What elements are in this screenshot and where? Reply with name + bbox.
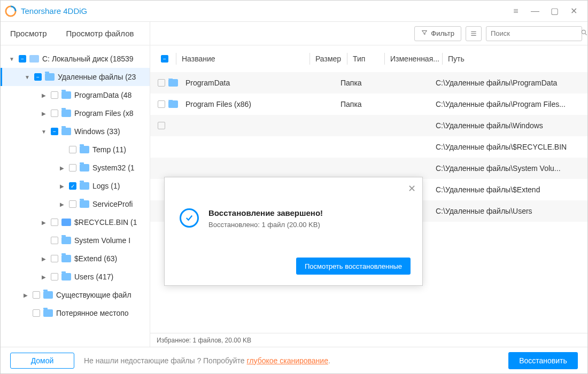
checkbox[interactable] [51, 91, 58, 99]
tree-label: System Volume I [74, 236, 130, 245]
row-checkbox[interactable] [158, 100, 165, 108]
checkbox[interactable] [51, 110, 58, 117]
tab-view[interactable]: Просмотр [1, 22, 57, 45]
table-row[interactable]: Program Files (x86) Папка C:\Удаленные ф… [150, 94, 587, 115]
checkbox[interactable] [51, 219, 58, 226]
chevron-right-icon[interactable]: ▶ [40, 274, 48, 280]
row-checkbox[interactable] [158, 79, 165, 87]
dialog-close-button[interactable]: ✕ [408, 183, 416, 194]
list-view-button[interactable] [466, 26, 482, 41]
tree-lost[interactable]: Потерянное местопо [1, 304, 150, 322]
checkbox[interactable] [51, 273, 58, 280]
chevron-right-icon[interactable]: ▶ [58, 201, 66, 207]
tree-serviceprofiles[interactable]: ▶ ServiceProfi [1, 195, 150, 213]
table-row[interactable]: ProgramData Папка C:\Удаленные файлы\Pro… [150, 72, 587, 94]
folder-icon [168, 100, 178, 108]
col-path[interactable]: Путь [442, 53, 580, 65]
checkbox[interactable] [33, 309, 40, 317]
chevron-right-icon[interactable]: ▶ [40, 220, 48, 225]
table-row[interactable]: C:\Удаленные файлы\Windows [150, 115, 587, 136]
search-input[interactable] [491, 29, 581, 37]
col-name[interactable]: Название [176, 53, 310, 65]
tree-label: Существующие файл [56, 291, 131, 299]
tab-files[interactable]: Просмотр файлов [57, 22, 144, 45]
folder-icon [80, 200, 89, 208]
tree-label: Logs (1) [92, 182, 120, 190]
select-all-checkbox[interactable]: − [161, 55, 168, 63]
tree-root[interactable]: ▼ − C: Локальный диск (18539 [1, 50, 150, 68]
tree-recyclebin[interactable]: ▶ $RECYCLE.BIN (1 [1, 213, 150, 231]
dialog-detail: Восстановлено: 1 файл (20.00 KB) [208, 221, 323, 229]
chevron-down-icon[interactable]: ▼ [24, 74, 31, 80]
checkbox[interactable] [51, 255, 58, 262]
folder-icon [61, 255, 71, 262]
disk-icon [29, 55, 39, 63]
tabs: Просмотр Просмотр файлов [1, 22, 150, 45]
recover-button[interactable]: Восстановить [508, 352, 578, 369]
tree-programdata[interactable]: ▶ ProgramData (48 [1, 86, 150, 104]
column-header: − Название Размер Тип Измененная... Путь [150, 45, 587, 72]
folder-icon [61, 91, 71, 99]
chevron-down-icon[interactable]: ▼ [8, 56, 16, 62]
chevron-right-icon[interactable]: ▶ [58, 183, 66, 189]
checkbox[interactable] [69, 200, 76, 208]
tree-users[interactable]: ▶ Users (417) [1, 268, 150, 286]
cell-type: Папка [341, 100, 378, 108]
tree-temp[interactable]: Temp (11) [1, 141, 150, 159]
tree-existing[interactable]: ▶ Существующие файл [1, 286, 150, 304]
checkbox[interactable]: − [51, 128, 58, 135]
menu-icon[interactable]: ≡ [506, 1, 525, 22]
app-logo-icon [5, 5, 17, 17]
cell-path: C:\Удаленные файлы\ProgramData [436, 79, 580, 87]
checkbox[interactable] [69, 164, 76, 172]
tree-programfiles[interactable]: ▶ Program Files (x8 [1, 104, 150, 122]
chevron-right-icon[interactable]: ▶ [58, 165, 66, 171]
close-button[interactable]: ✕ [564, 1, 583, 22]
chevron-right-icon[interactable]: ▶ [22, 292, 29, 298]
minimize-button[interactable]: — [525, 1, 545, 22]
chevron-right-icon[interactable]: ▶ [40, 111, 48, 116]
folder-icon [43, 291, 53, 299]
col-type[interactable]: Тип [347, 53, 384, 65]
checkbox[interactable] [33, 291, 40, 299]
maximize-button[interactable]: ▢ [545, 1, 564, 22]
tree-logs[interactable]: ▶ ✓ Logs (1) [1, 177, 150, 195]
checkbox[interactable] [51, 237, 58, 244]
home-button[interactable]: Домой [10, 353, 74, 369]
recycle-bin-icon [61, 219, 71, 226]
tree-label: System32 (1 [92, 163, 135, 172]
chevron-right-icon[interactable]: ▶ [40, 256, 48, 262]
checkbox[interactable] [69, 146, 76, 153]
cell-path: C:\Удаленные файлы\System Volu... [436, 164, 580, 173]
tree-extend[interactable]: ▶ $Extend (63) [1, 250, 150, 268]
tree-label: Temp (11) [92, 145, 126, 154]
folder-icon [168, 79, 178, 87]
checkbox[interactable]: − [34, 73, 42, 81]
tree-windows[interactable]: ▼ − Windows (33) [1, 122, 150, 141]
checkbox[interactable]: ✓ [69, 182, 76, 190]
tree-deleted-files[interactable]: ▼ − Удаленные файлы (23 [1, 68, 150, 86]
folder-icon [45, 73, 55, 81]
deep-scan-link[interactable]: глубокое сканирование [247, 356, 328, 365]
dialog-title: Восстановление завершено! [208, 208, 323, 217]
search-box[interactable] [486, 26, 582, 41]
status-bar: Избранное: 1 файлов, 20.00 KB [150, 333, 587, 347]
filter-button[interactable]: Фильтр [414, 26, 461, 41]
folder-icon [80, 164, 89, 172]
col-size[interactable]: Размер [310, 53, 347, 65]
table-row[interactable]: C:\Удаленные файлы\$RECYCLE.BIN [150, 136, 587, 158]
folder-icon [80, 182, 89, 190]
folder-icon [80, 146, 89, 153]
row-checkbox[interactable] [158, 122, 165, 129]
tree-system32[interactable]: ▶ System32 (1 [1, 159, 150, 177]
chevron-right-icon[interactable]: ▶ [40, 92, 48, 98]
title-bar: Tenorshare 4DDiG ≡ — ▢ ✕ [1, 1, 587, 22]
tree-sysvolume[interactable]: System Volume I [1, 231, 150, 250]
col-modified[interactable]: Измененная... [384, 53, 442, 65]
table-row[interactable]: C:\Удаленные файлы\System Volu... [150, 158, 587, 179]
tree-label: Users (417) [74, 272, 113, 281]
checkbox[interactable]: − [19, 55, 26, 63]
hint-prefix: Не нашли недостающие файлы ? Попробуйте [84, 356, 247, 365]
view-recovered-button[interactable]: Посмотреть восстановленные [296, 258, 411, 275]
chevron-down-icon[interactable]: ▼ [40, 129, 48, 135]
